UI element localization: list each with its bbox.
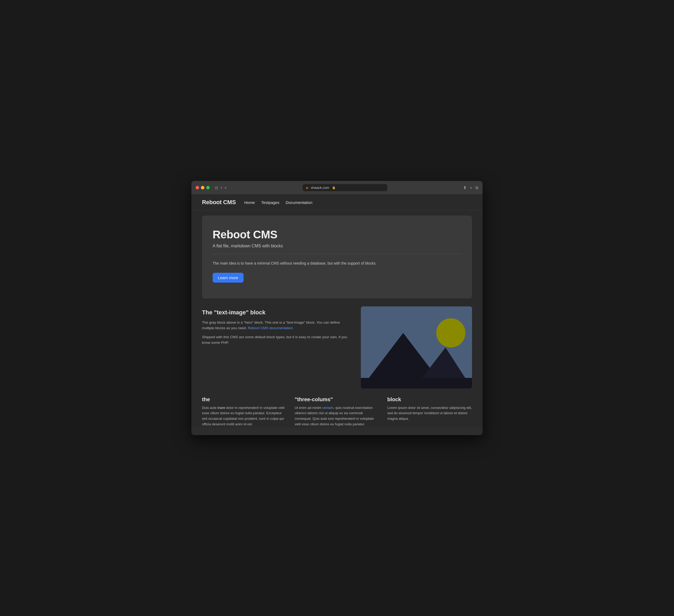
browser-window: ⊡ ∨ < ▶ shaack.com 🔒 ⬆ + ⧉ Reboot CMS Ho… <box>191 181 483 435</box>
nav-link-documentation[interactable]: Documentation <box>286 200 312 205</box>
col-1-para: Duis aute irure dolor in reprehenderit i… <box>202 405 287 427</box>
browser-titlebar: ⊡ ∨ < ▶ shaack.com 🔒 ⬆ + ⧉ <box>191 181 483 195</box>
nav-link-home[interactable]: Home <box>244 200 255 205</box>
hero-title: Reboot CMS <box>213 228 461 241</box>
browser-content: Reboot CMS Home Testpages Documentation … <box>191 195 483 427</box>
svg-rect-4 <box>361 378 472 389</box>
nav-link-testpages[interactable]: Testpages <box>261 200 279 205</box>
col-3-title: block <box>387 397 472 403</box>
docs-link[interactable]: Reboot CMS documentation <box>248 326 293 330</box>
address-bar[interactable]: ▶ shaack.com 🔒 <box>303 184 387 191</box>
new-tab-icon[interactable]: + <box>470 185 472 190</box>
titlebar-controls: ⊡ ∨ < <box>215 186 227 190</box>
nav-links: Home Testpages Documentation <box>244 200 312 205</box>
share-icon[interactable]: ⬆ <box>463 185 467 190</box>
text-image-block: The "text-image" block The gray block ab… <box>202 306 472 389</box>
chevron-down-icon[interactable]: ∨ <box>220 186 222 189</box>
col-1: the Duis aute irure dolor in reprehender… <box>202 397 287 427</box>
three-cols-block: the Duis aute irure dolor in reprehender… <box>202 397 472 427</box>
traffic-lights <box>196 186 210 189</box>
col-3-para: Lorem ipsum dolor sit amet, consectetur … <box>387 405 472 422</box>
mountain-svg <box>361 306 472 389</box>
text-image-title: The "text-image" block <box>202 309 350 316</box>
titlebar-right-controls: ⬆ + ⧉ <box>463 185 478 190</box>
col-2-title: "three-colums" <box>295 397 379 403</box>
svg-point-1 <box>436 318 465 347</box>
hero-subtitle: A flat file, markdown CMS with blocks <box>213 244 461 248</box>
text-image-para2: Shipped with this CMS are some default b… <box>202 334 350 345</box>
col-2: "three-colums" Ut enim ad minim veniam, … <box>295 397 379 427</box>
lock-icon: 🔒 <box>332 186 336 189</box>
back-icon[interactable]: < <box>224 186 227 190</box>
site-nav: Reboot CMS Home Testpages Documentation <box>191 195 483 210</box>
url-text: shaack.com <box>311 186 329 190</box>
address-bar-wrap: ▶ shaack.com 🔒 <box>230 184 460 191</box>
hero-block: Reboot CMS A flat file, markdown CMS wit… <box>202 216 472 298</box>
maximize-button[interactable] <box>206 186 210 189</box>
learn-more-button[interactable]: Learn more <box>213 273 243 283</box>
text-image-para1: The gray block above is a "hero" block. … <box>202 320 350 331</box>
site-icon: ▶ <box>306 186 309 190</box>
hero-description: The main idea is to have a minimal CMS w… <box>213 260 461 266</box>
text-image-image <box>361 306 472 389</box>
text-image-text: The "text-image" block The gray block ab… <box>202 306 350 349</box>
col-2-para: Ut enim ad minim veniam, quis nostrud ex… <box>295 405 379 427</box>
tabs-icon[interactable]: ⧉ <box>475 185 478 190</box>
col-3: block Lorem ipsum dolor sit amet, consec… <box>387 397 472 427</box>
veniam-link[interactable]: veniam <box>322 406 334 410</box>
close-button[interactable] <box>196 186 199 189</box>
sidebar-toggle-icon[interactable]: ⊡ <box>215 186 218 190</box>
minimize-button[interactable] <box>201 186 204 189</box>
site-logo: Reboot CMS <box>202 199 236 206</box>
col-1-title: the <box>202 397 287 403</box>
